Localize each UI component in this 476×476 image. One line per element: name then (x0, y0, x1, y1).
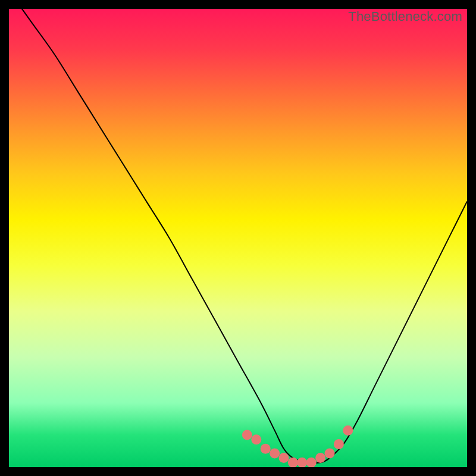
highlight-marker (261, 444, 271, 454)
highlight-marker (297, 458, 307, 467)
chart-stage: TheBottleneck.com (0, 0, 476, 476)
highlight-marker (288, 458, 298, 467)
highlight-marker (251, 434, 261, 444)
watermark-label: TheBottleneck.com (348, 9, 462, 24)
highlight-marker (343, 425, 353, 436)
chart-svg (9, 9, 467, 467)
highlight-marker (279, 453, 289, 463)
gradient-background (9, 9, 467, 467)
plot-area: TheBottleneck.com (9, 9, 467, 467)
highlight-marker (306, 458, 317, 467)
highlight-marker (270, 448, 280, 458)
highlight-marker (325, 448, 335, 458)
highlight-marker (242, 430, 252, 440)
highlight-marker (334, 439, 344, 449)
highlight-marker (315, 453, 325, 463)
